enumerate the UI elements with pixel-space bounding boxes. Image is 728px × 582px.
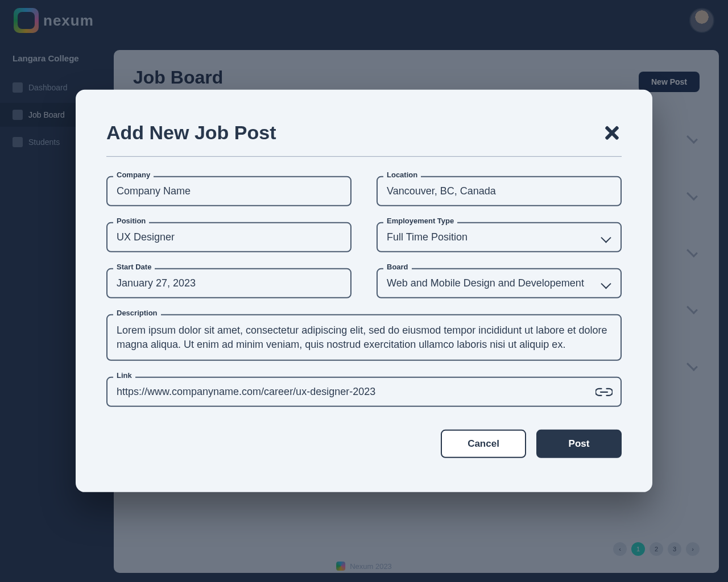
- post-button[interactable]: Post: [536, 430, 622, 458]
- add-job-post-modal: Add New Job Post Company Location Positi…: [76, 90, 652, 492]
- company-input[interactable]: [106, 176, 351, 206]
- board-field: Board Web and Mobile Design and Develope…: [377, 268, 622, 298]
- field-label: Board: [383, 263, 412, 271]
- position-input[interactable]: [106, 222, 351, 252]
- employment-type-field: Employement Type Full Time Position: [377, 222, 622, 252]
- location-input[interactable]: [377, 176, 622, 206]
- field-label: Description: [113, 309, 161, 317]
- description-field: Description Lorem ipsum dolor sit amet, …: [106, 314, 622, 361]
- link-field: Link: [106, 377, 622, 407]
- modal-title: Add New Job Post: [106, 122, 276, 144]
- field-label: Link: [113, 371, 135, 380]
- location-field: Location: [377, 176, 622, 206]
- field-label: Location: [383, 171, 421, 179]
- board-select[interactable]: Web and Mobile Design and Developement: [377, 268, 622, 298]
- start-date-input[interactable]: [106, 268, 351, 298]
- field-label: Position: [113, 217, 149, 225]
- link-input[interactable]: [106, 377, 622, 407]
- start-date-field: Start Date: [106, 268, 351, 298]
- company-field: Company: [106, 176, 351, 206]
- close-icon[interactable]: [602, 123, 622, 142]
- position-field: Position: [106, 222, 351, 252]
- field-label: Company: [113, 171, 154, 179]
- cancel-button[interactable]: Cancel: [441, 430, 526, 458]
- employment-type-select[interactable]: Full Time Position: [377, 222, 622, 252]
- field-label: Employement Type: [383, 217, 457, 225]
- field-label: Start Date: [113, 263, 155, 271]
- description-textarea[interactable]: Lorem ipsum dolor sit amet, consectetur …: [106, 314, 622, 361]
